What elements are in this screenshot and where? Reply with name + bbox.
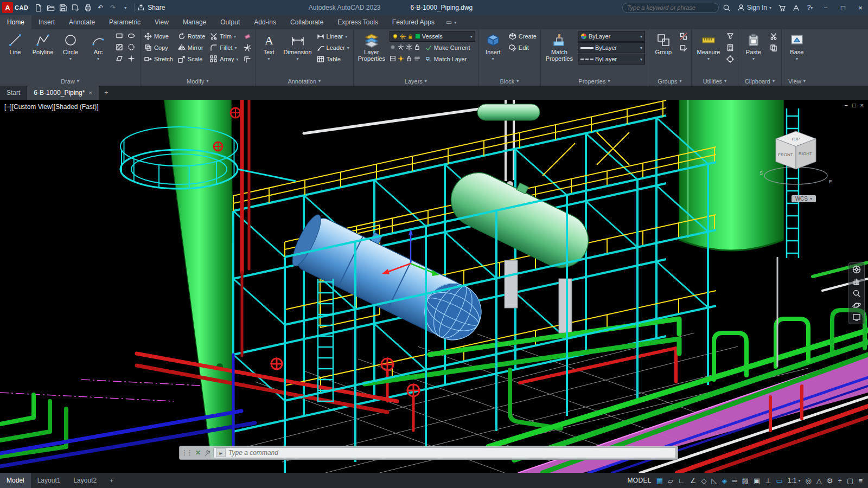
linetype-dropdown[interactable]: ByLayer ▾ [578, 54, 645, 65]
tab-collaborate[interactable]: Collaborate [283, 15, 330, 29]
minimize-button[interactable]: − [818, 0, 833, 15]
ortho-mode-toggle[interactable]: ∟ [678, 477, 685, 485]
layer-isolate-button[interactable] [398, 43, 404, 53]
viewcube-east-label[interactable]: E [829, 179, 832, 184]
panel-label-annotation[interactable]: Annotation▾ [256, 76, 353, 86]
mirror-button[interactable]: Mirror [177, 42, 206, 53]
viewcube-top-label[interactable]: TOP [791, 137, 800, 142]
explode-button[interactable] [242, 42, 252, 53]
paste-button[interactable]: Paste ▾ [741, 31, 766, 76]
edit-block-button[interactable]: Edit [508, 42, 538, 53]
hatch-button[interactable] [116, 43, 123, 53]
zoom-icon[interactable] [852, 288, 861, 298]
panel-label-view[interactable]: View▾ [782, 76, 812, 86]
command-drag-handle[interactable]: ⋮⋮ [181, 449, 192, 457]
lineweight-dropdown[interactable]: ByLayer ▾ [578, 42, 645, 53]
viewport-restore-icon[interactable]: □ [852, 102, 856, 108]
command-close-icon[interactable]: ✕ [194, 449, 202, 457]
offset-button[interactable] [242, 54, 252, 65]
panel-label-layers[interactable]: Layers▾ [354, 76, 478, 86]
close-button[interactable]: × [853, 0, 868, 15]
layer-thaw-button[interactable] [398, 54, 404, 64]
customization-button[interactable]: ≡ [858, 477, 863, 485]
cut-button[interactable] [769, 31, 778, 42]
fillet-button[interactable]: Fillet▾ [209, 42, 239, 53]
object-snap-toggle[interactable]: ◈ [722, 477, 727, 485]
tab-insert[interactable]: Insert [31, 15, 62, 29]
polyline-button[interactable]: Polyline [30, 31, 55, 76]
table-button[interactable]: Table [316, 54, 350, 65]
plot-button[interactable] [82, 2, 94, 14]
make-current-button[interactable]: Make Current [424, 42, 471, 53]
new-layout-button[interactable]: + [103, 473, 120, 488]
tab-model[interactable]: Model [0, 473, 31, 488]
autodesk-account-button[interactable] [790, 2, 802, 14]
rectangle-button[interactable] [116, 32, 123, 42]
viewcube-right-label[interactable]: RIGHT [799, 151, 812, 156]
erase-button[interactable] [242, 31, 252, 42]
autocad-logo[interactable]: A [2, 2, 13, 13]
layer-lock-button[interactable] [414, 43, 420, 53]
tab-featured-apps[interactable]: Featured Apps [385, 15, 442, 29]
viewcube-front-label[interactable]: FRONT [778, 152, 793, 157]
line-button[interactable]: Line [3, 31, 28, 76]
steering-wheel-icon[interactable] [852, 265, 861, 274]
object-snap-tracking-toggle[interactable]: ◺ [711, 477, 717, 485]
autoscale-toggle[interactable]: △ [816, 477, 822, 485]
new-file-button[interactable] [32, 2, 44, 14]
viewcube-south-label[interactable]: S [760, 170, 763, 176]
viewport-controls-label[interactable]: [−][Custom View][Shaded (Fast)] [4, 103, 99, 111]
layer-walk-button[interactable] [390, 54, 396, 64]
tab-annotate[interactable]: Annotate [62, 15, 102, 29]
new-drawing-tab-button[interactable]: + [99, 86, 113, 100]
text-button[interactable]: A Text ▾ [258, 31, 280, 76]
ellipse-button[interactable] [127, 32, 135, 42]
search-button[interactable] [721, 2, 733, 14]
panel-label-draw[interactable]: Draw▾ [0, 76, 140, 86]
save-as-button[interactable] [69, 2, 81, 14]
tab-home[interactable]: Home [0, 15, 31, 29]
array-button[interactable]: Array▾ [209, 54, 239, 65]
stretch-button[interactable]: Stretch [143, 54, 174, 65]
id-point-button[interactable] [725, 54, 735, 65]
region-button[interactable] [116, 55, 123, 65]
panel-label-block[interactable]: Block▾ [478, 76, 540, 86]
viewport-close-icon[interactable]: × [860, 102, 864, 108]
ribbon-display-toggle[interactable]: ▭▾ [442, 15, 461, 29]
layer-unlock-button[interactable] [406, 54, 412, 64]
app-store-button[interactable] [776, 2, 788, 14]
quick-select-button[interactable] [725, 31, 735, 42]
tab-drawing[interactable]: 6-B-1000_Piping* × [27, 86, 99, 100]
panel-label-properties[interactable]: Properties▾ [541, 76, 648, 86]
tab-layout1[interactable]: Layout1 [31, 473, 67, 488]
circle-button[interactable]: Circle ▾ [58, 31, 83, 76]
tab-layout2[interactable]: Layout2 [67, 473, 103, 488]
viewcube[interactable]: TOP FRONT RIGHT S E [755, 128, 837, 191]
tab-parametric[interactable]: Parametric [102, 15, 148, 29]
measure-button[interactable]: Measure ▾ [694, 31, 723, 76]
point-button[interactable] [127, 55, 135, 65]
arc-button[interactable]: Arc ▾ [86, 31, 111, 76]
layer-dropdown[interactable]: Vessels ▾ [390, 31, 475, 42]
annotation-scale-button[interactable]: 1:1▾ [788, 477, 801, 484]
redo-button[interactable]: ↷ [107, 2, 119, 14]
annotation-monitor-toggle[interactable]: + [838, 477, 843, 485]
model-space-toggle[interactable]: MODEL [628, 477, 652, 484]
grid-display-toggle[interactable]: ▦ [656, 477, 663, 485]
polar-tracking-toggle[interactable]: ∠ [690, 477, 697, 485]
help-button[interactable]: ?▾ [804, 2, 816, 14]
match-properties-button[interactable]: Match Properties [544, 31, 575, 76]
tab-manage[interactable]: Manage [176, 15, 213, 29]
isometric-drafting-toggle[interactable]: ◇ [701, 477, 706, 485]
tab-view[interactable]: View [148, 15, 176, 29]
tab-addins[interactable]: Add-ins [247, 15, 283, 29]
layer-off-button[interactable] [390, 43, 396, 53]
maximize-button[interactable]: □ [835, 0, 851, 15]
panel-label-clipboard[interactable]: Clipboard▾ [738, 76, 781, 86]
panel-label-utilities[interactable]: Utilities▾ [692, 76, 738, 86]
layer-freeze-button[interactable] [406, 43, 412, 53]
layer-properties-button[interactable]: Layer Properties [356, 31, 387, 76]
share-button[interactable]: Share [137, 4, 165, 11]
search-input[interactable] [627, 4, 714, 11]
create-block-button[interactable]: Create [508, 31, 538, 42]
